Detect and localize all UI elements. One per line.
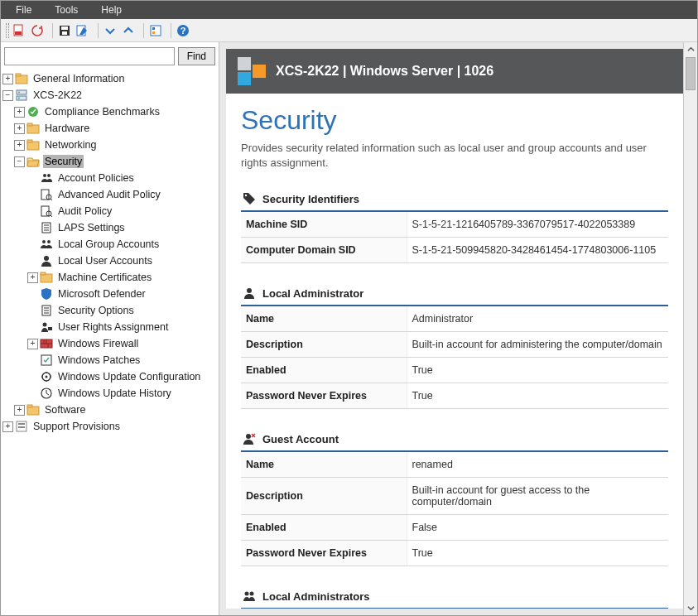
svg-rect-46 xyxy=(18,426,25,428)
row-value: False xyxy=(407,515,668,541)
tree-label: Windows Firewall xyxy=(56,337,140,350)
tree-item-security[interactable]: − Security xyxy=(1,153,219,170)
section-title: Guest Account xyxy=(262,433,339,445)
tree-item-firewall[interactable]: +Windows Firewall xyxy=(1,335,219,352)
tree-item-host[interactable]: − XCS-2K22 xyxy=(1,87,219,103)
tree-label: Support Provisions xyxy=(31,420,122,433)
refresh-icon xyxy=(31,24,44,37)
expand-icon[interactable]: + xyxy=(14,107,25,118)
local-group-icon xyxy=(40,238,53,251)
chevron-down-icon xyxy=(103,24,117,37)
tree-item-sec-options[interactable]: Security Options xyxy=(1,302,219,319)
tree-label: Security xyxy=(43,155,84,168)
svg-rect-12 xyxy=(16,74,21,76)
adv-audit-icon xyxy=(40,188,53,201)
tree-item-local-user[interactable]: Local User Accounts xyxy=(1,253,219,269)
expand-icon[interactable]: + xyxy=(2,421,13,432)
tree-item-wu-config[interactable]: Windows Update Configuration xyxy=(1,368,219,385)
properties-button[interactable] xyxy=(149,22,166,39)
row-value: Built-in account for administering the c… xyxy=(407,332,668,358)
find-input[interactable] xyxy=(4,47,175,65)
row-value: Built-in account for guest access to the… xyxy=(407,478,668,515)
collapse-icon[interactable]: − xyxy=(14,156,25,167)
tree-item-compliance[interactable]: + Compliance Benchmarks xyxy=(1,103,219,120)
tree-item-hardware[interactable]: + Hardware xyxy=(1,120,219,137)
expand-icon[interactable]: + xyxy=(14,140,25,151)
support-icon xyxy=(15,420,28,433)
expand-down-button[interactable] xyxy=(103,22,120,39)
vertical-scrollbar[interactable] xyxy=(683,42,697,615)
table-row: Computer Domain SIDS-1-5-21-509945820-34… xyxy=(241,238,668,263)
row-value: Administrator xyxy=(407,306,668,332)
section-title: Local Administrators xyxy=(262,590,370,603)
tree-item-general-info[interactable]: + General Information xyxy=(1,70,219,87)
svg-point-50 xyxy=(245,592,249,596)
tree-item-laps[interactable]: LAPS Settings xyxy=(1,219,219,236)
svg-rect-36 xyxy=(48,327,52,330)
expand-icon[interactable]: + xyxy=(27,339,38,349)
row-key: Enabled xyxy=(241,515,407,541)
export-pdf-button[interactable] xyxy=(12,22,29,39)
toolbar-separator xyxy=(143,23,144,38)
expand-icon[interactable]: + xyxy=(27,272,38,283)
menu-bar: File Tools Help xyxy=(1,1,697,19)
edit-button[interactable] xyxy=(76,22,93,39)
menu-help[interactable]: Help xyxy=(89,2,133,17)
row-key: Machine SID xyxy=(241,212,407,238)
tree-label: Local User Accounts xyxy=(56,254,154,267)
tree-item-defender[interactable]: Microsoft Defender xyxy=(1,286,219,302)
expand-icon[interactable]: + xyxy=(14,405,25,416)
svg-text:?: ? xyxy=(181,26,186,36)
folder-icon xyxy=(26,138,40,152)
tree-label: Security Options xyxy=(56,304,136,317)
toolbar-grip xyxy=(6,23,9,38)
tree-item-patches[interactable]: Windows Patches xyxy=(1,352,219,368)
find-button[interactable]: Find xyxy=(178,47,215,65)
tree-label: User Rights Assignment xyxy=(56,320,170,334)
expand-icon[interactable]: + xyxy=(14,123,25,134)
svg-rect-21 xyxy=(27,140,32,142)
tree-item-local-group[interactable]: Local Group Accounts xyxy=(1,236,219,253)
menu-file[interactable]: File xyxy=(4,2,43,17)
help-button[interactable]: ? xyxy=(176,22,193,39)
svg-rect-8 xyxy=(152,31,155,34)
svg-point-40 xyxy=(46,376,48,378)
tree-item-audit-policy[interactable]: Audit Policy xyxy=(1,203,219,219)
tree-item-software[interactable]: + Software xyxy=(1,402,219,418)
tree-item-wu-history[interactable]: Windows Update History xyxy=(1,385,219,402)
tree-item-account-policies[interactable]: Account Policies xyxy=(1,170,219,186)
collapse-up-button[interactable] xyxy=(122,22,138,39)
table-row: Password Never ExpiresTrue xyxy=(241,541,668,566)
tree-leaf-spacer xyxy=(27,289,38,300)
tree-label: Microsoft Defender xyxy=(56,287,147,301)
tree-label: Account Policies xyxy=(56,171,136,185)
svg-rect-3 xyxy=(61,26,68,30)
expand-icon[interactable]: + xyxy=(2,74,13,84)
tree-label: Advanced Audit Policy xyxy=(56,188,162,201)
audit-policy-icon xyxy=(40,205,53,218)
folder-icon xyxy=(26,122,40,135)
svg-rect-1 xyxy=(15,31,22,35)
tree-leaf-spacer xyxy=(27,223,38,233)
scroll-up-icon[interactable] xyxy=(684,42,697,56)
scroll-down-icon[interactable] xyxy=(684,601,697,615)
row-key: Description xyxy=(241,332,407,358)
tree-item-adv-audit[interactable]: Advanced Audit Policy xyxy=(1,186,219,203)
svg-rect-33 xyxy=(41,272,46,275)
svg-point-31 xyxy=(44,256,49,261)
collapse-icon[interactable]: − xyxy=(2,90,13,101)
content-header: XCS-2K22 | Windows Server | 1026 xyxy=(226,49,683,94)
tree-item-machine-certs[interactable]: +Machine Certificates xyxy=(1,269,219,286)
scroll-thumb[interactable] xyxy=(686,57,696,90)
tree-item-networking[interactable]: + Networking xyxy=(1,137,219,153)
tree-item-support[interactable]: + Support Provisions xyxy=(1,418,219,435)
save-button[interactable] xyxy=(58,22,75,39)
svg-rect-6 xyxy=(151,26,161,36)
menu-tools[interactable]: Tools xyxy=(43,2,89,17)
tree-item-user-rights[interactable]: User Rights Assignment xyxy=(1,319,219,335)
refresh-button[interactable] xyxy=(31,22,47,39)
row-key: Computer Domain SID xyxy=(241,238,407,263)
toolbar-separator xyxy=(52,23,53,38)
app-logo-icon xyxy=(238,57,266,85)
svg-point-35 xyxy=(43,323,47,327)
